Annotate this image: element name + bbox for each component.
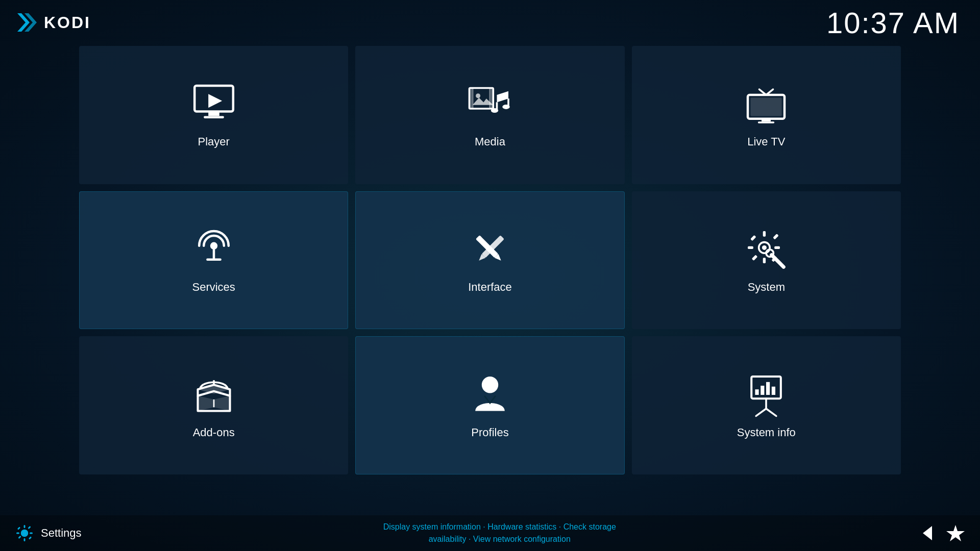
media-icon <box>467 81 513 127</box>
system-label: System <box>748 281 785 294</box>
svg-rect-60 <box>30 533 33 534</box>
svg-rect-8 <box>489 88 493 109</box>
svg-point-56 <box>23 532 26 535</box>
addons-icon <box>191 372 237 418</box>
svg-point-10 <box>476 94 480 98</box>
grid-item-addons[interactable]: Add-ons <box>79 336 348 474</box>
services-label: Services <box>192 281 235 294</box>
favorites-icon[interactable] <box>946 524 965 542</box>
svg-rect-47 <box>755 389 759 395</box>
interface-icon <box>467 227 513 272</box>
svg-rect-19 <box>751 98 782 116</box>
grid-item-livetv[interactable]: Live TV <box>632 46 901 184</box>
svg-rect-3 <box>208 112 219 116</box>
settings-area[interactable]: Settings <box>15 524 82 542</box>
media-label: Media <box>475 135 505 148</box>
system-icon <box>743 227 789 272</box>
svg-point-31 <box>762 245 767 250</box>
services-icon <box>191 227 237 272</box>
svg-rect-50 <box>772 386 775 394</box>
footer-info-line1: Display system information · Hardware st… <box>383 521 616 533</box>
back-icon[interactable] <box>918 524 936 542</box>
svg-point-14 <box>491 108 498 113</box>
settings-gear-icon <box>15 524 34 542</box>
svg-rect-39 <box>773 234 778 239</box>
svg-rect-9 <box>473 88 489 109</box>
logo-area: KODI <box>15 11 91 34</box>
svg-rect-33 <box>763 258 766 263</box>
svg-point-45 <box>482 377 498 393</box>
footer-info-line2: availability · View network configuratio… <box>383 533 616 545</box>
svg-line-52 <box>756 409 767 416</box>
settings-grid: Player Media <box>0 41 980 480</box>
player-label: Player <box>198 135 229 148</box>
svg-rect-36 <box>750 235 756 241</box>
svg-marker-65 <box>923 526 932 540</box>
svg-rect-35 <box>775 246 780 249</box>
profiles-label: Profiles <box>471 426 508 439</box>
svg-rect-59 <box>16 533 19 534</box>
grid-item-media[interactable]: Media <box>355 46 624 184</box>
livetv-icon <box>743 81 789 127</box>
systeminfo-label: System info <box>737 426 796 439</box>
header: KODI 10:37 AM <box>0 0 980 41</box>
svg-rect-4 <box>204 116 224 119</box>
footer-info: Display system information · Hardware st… <box>383 521 616 545</box>
livetv-label: Live TV <box>747 135 785 148</box>
systeminfo-icon <box>743 372 789 418</box>
grid-item-services[interactable]: Services <box>79 191 348 330</box>
addons-label: Add-ons <box>193 426 235 439</box>
svg-marker-66 <box>946 525 965 541</box>
grid-item-player[interactable]: Player <box>79 46 348 184</box>
svg-rect-49 <box>766 382 770 394</box>
clock: 10:37 AM <box>826 6 960 40</box>
kodi-logo-icon <box>15 11 38 34</box>
grid-item-profiles[interactable]: Profiles <box>355 336 624 474</box>
svg-rect-58 <box>24 538 26 541</box>
player-icon <box>191 81 237 127</box>
svg-rect-57 <box>24 525 26 528</box>
svg-rect-38 <box>752 255 757 260</box>
svg-rect-21 <box>758 122 774 124</box>
grid-item-system[interactable]: System <box>632 191 901 330</box>
interface-label: Interface <box>468 281 512 294</box>
footer-actions <box>918 524 965 542</box>
logo-text: KODI <box>44 13 91 32</box>
grid-item-systeminfo[interactable]: System info <box>632 336 901 474</box>
svg-rect-48 <box>761 386 765 395</box>
settings-label: Settings <box>41 527 82 540</box>
svg-rect-32 <box>763 231 766 237</box>
svg-rect-7 <box>469 88 473 109</box>
svg-rect-20 <box>762 119 771 121</box>
svg-line-53 <box>766 409 776 416</box>
svg-point-15 <box>502 105 509 109</box>
footer: Settings Display system information · Ha… <box>0 515 980 551</box>
grid-item-interface[interactable]: Interface <box>355 191 624 330</box>
svg-rect-34 <box>748 246 753 249</box>
svg-marker-5 <box>208 94 222 108</box>
profiles-icon <box>467 372 513 418</box>
